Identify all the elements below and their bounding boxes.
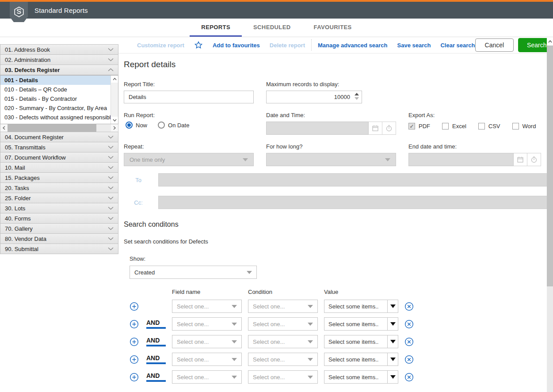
field-name-select[interactable]: Select one...	[172, 353, 242, 366]
report-details-heading: Report details	[124, 60, 553, 69]
scroll-left-icon[interactable]	[0, 124, 8, 132]
sidebar-item-forms[interactable]: 40. Forms	[0, 213, 118, 224]
export-word-checkbox[interactable]: Word	[512, 123, 536, 129]
main-vertical-scrollbar[interactable]	[547, 38, 553, 392]
scrollbar-thumb[interactable]	[547, 46, 553, 286]
value-multiselect[interactable]: Select some items..	[324, 370, 398, 384]
chevron-down-icon	[308, 340, 313, 343]
remove-condition-icon[interactable]	[404, 373, 415, 382]
number-stepper[interactable]	[355, 93, 359, 100]
sidebar-item-address-book[interactable]: 01. Address Book	[0, 44, 118, 55]
dropdown-button[interactable]	[387, 371, 398, 383]
value-multiselect[interactable]: Select some items..	[324, 300, 398, 313]
cancel-button[interactable]: Cancel	[475, 38, 514, 52]
sidebar-item-lots[interactable]: 30. Lots	[0, 203, 118, 213]
customize-report-button[interactable]: Customize report	[137, 42, 184, 49]
field-name-select[interactable]: Select one...	[172, 370, 242, 384]
list-item[interactable]: 020 - Summary - By Contractor, By Area	[0, 103, 111, 113]
export-pdf-checkbox[interactable]: PDF	[408, 123, 430, 129]
add-condition-icon[interactable]	[130, 355, 140, 364]
chevron-down-icon	[108, 156, 114, 159]
and-operator-toggle[interactable]: AND	[146, 319, 166, 329]
scroll-up-icon[interactable]	[547, 38, 553, 46]
condition-select[interactable]: Select one...	[248, 370, 318, 384]
chevron-down-icon	[243, 158, 248, 161]
list-item[interactable]: 030 - Defects without assigned responsib…	[0, 113, 111, 122]
remove-condition-icon[interactable]	[404, 337, 415, 346]
value-multiselect[interactable]: Select some items..	[324, 317, 398, 331]
sidebar-item-folder[interactable]: 25. Folder	[0, 193, 118, 203]
value-multiselect[interactable]: Select some items..	[324, 353, 398, 366]
sidebar-item-document-workflow[interactable]: 07. Document Workflow	[0, 152, 118, 163]
dropdown-button[interactable]	[387, 335, 398, 348]
sidebar-item-transmittals[interactable]: 05. Transmittals	[0, 142, 118, 152]
list-horizontal-scrollbar[interactable]	[0, 124, 118, 132]
add-to-favourites-button[interactable]: Add to favourites	[213, 42, 260, 49]
value-multiselect[interactable]: Select some items..	[324, 335, 398, 348]
add-condition-icon[interactable]	[130, 320, 140, 329]
report-title-input[interactable]	[124, 91, 254, 103]
max-records-input[interactable]	[266, 91, 362, 103]
end-date-label: End date and time:	[408, 143, 541, 150]
remove-condition-icon[interactable]	[404, 355, 415, 364]
run-on-date-radio[interactable]: On Date	[158, 122, 189, 129]
condition-row: AND Select one... Select one... Select s…	[130, 335, 553, 348]
scroll-up-icon[interactable]	[111, 76, 118, 83]
field-name-select[interactable]: Select one...	[172, 300, 242, 313]
clock-icon[interactable]	[382, 122, 396, 135]
clear-search-button[interactable]: Clear search	[440, 42, 475, 49]
sidebar-item-defects-register[interactable]: 03. Defects Register	[0, 65, 118, 75]
dropdown-button[interactable]	[387, 318, 398, 330]
calendar-icon[interactable]	[369, 122, 382, 135]
add-condition-icon[interactable]	[130, 302, 140, 311]
condition-select[interactable]: Select one...	[248, 353, 318, 366]
list-vertical-scrollbar[interactable]	[111, 76, 118, 124]
remove-condition-icon[interactable]	[404, 320, 415, 329]
sidebar-item-document-register[interactable]: 04. Document Register	[0, 132, 118, 142]
list-item[interactable]: 015 - Details - By Contractor	[0, 94, 111, 103]
add-condition-icon[interactable]	[130, 373, 140, 382]
condition-select[interactable]: Select one...	[248, 335, 318, 348]
tab-scheduled[interactable]: SCHEDULED	[242, 19, 302, 37]
list-item[interactable]: 010 - Details – QR Code	[0, 85, 111, 94]
scroll-down-icon[interactable]	[111, 117, 118, 124]
field-name-select[interactable]: Select one...	[172, 317, 242, 331]
export-excel-checkbox[interactable]: Excel	[442, 123, 466, 129]
sidebar-item-submittal[interactable]: 90. Submittal	[0, 244, 118, 254]
run-now-radio[interactable]: Now	[126, 122, 147, 129]
favourite-star-icon[interactable]	[194, 41, 203, 49]
for-how-long-label: For how long?	[266, 143, 396, 150]
dropdown-button[interactable]	[387, 300, 398, 312]
sidebar-item-vendor-data[interactable]: 80. Vendor Data	[0, 233, 118, 244]
sidebar-item-packages[interactable]: 15. Packages	[0, 172, 118, 183]
remove-condition-icon[interactable]	[404, 302, 415, 311]
export-csv-checkbox[interactable]: CSV	[478, 123, 500, 129]
sidebar-item-gallery[interactable]: 70. Gallery	[0, 223, 118, 234]
condition-select[interactable]: Select one...	[248, 300, 318, 313]
clock-icon[interactable]	[527, 153, 541, 166]
tab-favourites[interactable]: FAVOURITES	[302, 19, 363, 37]
list-item[interactable]: 001 - Details	[0, 76, 111, 85]
radio-icon	[158, 122, 165, 129]
show-select[interactable]: Created	[130, 266, 257, 279]
repeat-select: One time only	[124, 153, 254, 166]
scroll-right-icon[interactable]	[111, 124, 118, 132]
field-name-select[interactable]: Select one...	[172, 335, 242, 348]
sidebar-item-mail[interactable]: 10. Mail	[0, 162, 118, 173]
dropdown-button[interactable]	[387, 353, 398, 365]
calendar-icon[interactable]	[514, 153, 527, 166]
and-operator-toggle[interactable]: AND	[146, 354, 166, 364]
and-operator-toggle[interactable]: AND	[146, 372, 166, 382]
tab-reports[interactable]: REPORTS	[190, 19, 242, 37]
sidebar-item-administration[interactable]: 02. Administration	[0, 54, 118, 65]
chevron-down-icon	[108, 145, 114, 149]
scrollbar-track[interactable]	[8, 124, 111, 132]
delete-report-button[interactable]: Delete report	[270, 42, 305, 49]
sidebar-item-tasks[interactable]: 20. Tasks	[0, 183, 118, 193]
save-search-button[interactable]: Save search	[397, 42, 431, 49]
scrollbar-thumb[interactable]	[8, 124, 96, 132]
add-condition-icon[interactable]	[130, 337, 140, 346]
manage-advanced-search-button[interactable]: Manage advanced search	[318, 42, 388, 49]
condition-select[interactable]: Select one...	[248, 317, 318, 331]
and-operator-toggle[interactable]: AND	[146, 337, 166, 346]
